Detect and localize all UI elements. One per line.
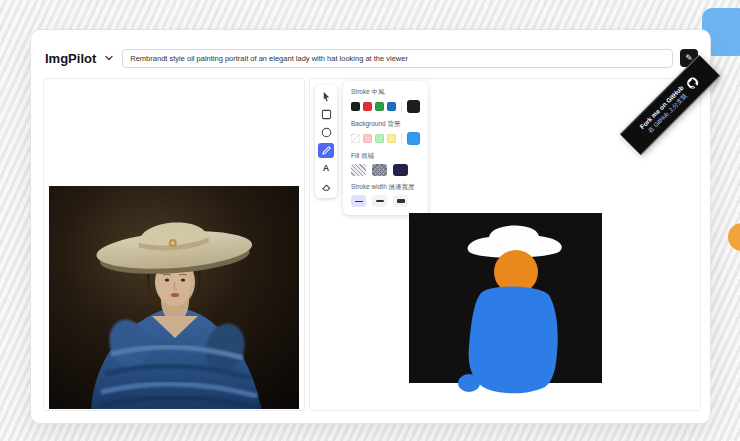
tool-ellipse[interactable]: [318, 125, 334, 140]
background-swatch-pink[interactable]: [363, 134, 372, 143]
sketch-area[interactable]: [407, 211, 607, 405]
width-bold-button[interactable]: [372, 195, 387, 207]
ellipse-icon: [321, 127, 332, 138]
prompt-input[interactable]: [122, 49, 673, 68]
rectangle-icon: [321, 109, 332, 120]
stroke-swatch-red[interactable]: [363, 102, 372, 111]
width-extrabold-button[interactable]: [393, 195, 408, 207]
width-thin-button[interactable]: [351, 195, 366, 207]
background-label: Background 背景: [351, 120, 420, 129]
fill-crosshatch-button[interactable]: [372, 164, 387, 176]
generated-portrait-image: [49, 186, 299, 409]
tool-eraser[interactable]: [318, 179, 334, 194]
stroke-width-label: Stroke width 描邊寬度: [351, 183, 420, 192]
user-sketch: [407, 211, 607, 401]
tool-text[interactable]: A: [318, 161, 334, 176]
generated-image-panel: [43, 78, 305, 411]
eraser-icon: [321, 181, 332, 192]
text-icon: A: [323, 164, 330, 173]
stroke-swatch-green[interactable]: [375, 102, 384, 111]
background-swatch-yellow[interactable]: [387, 134, 396, 143]
github-icon: [684, 75, 700, 91]
background-section: Background 背景: [351, 120, 420, 145]
tool-selection[interactable]: [318, 89, 334, 104]
chevron-down-icon: [104, 53, 114, 63]
sketch-dress-blob: [458, 374, 480, 392]
stroke-swatch-black[interactable]: [351, 102, 360, 111]
stroke-label: Stroke 中風: [351, 88, 420, 97]
divider: [401, 101, 402, 112]
style-panel: Stroke 中風 Background 背景: [343, 81, 428, 215]
fill-section: Fill 填補: [351, 152, 420, 176]
fill-label: Fill 填補: [351, 152, 420, 161]
tool-rectangle[interactable]: [318, 107, 334, 122]
cursor-icon: [321, 91, 332, 102]
stroke-width-section: Stroke width 描邊寬度: [351, 183, 420, 207]
background-swatch-transparent[interactable]: [351, 134, 360, 143]
tool-bar: A: [315, 85, 337, 198]
stroke-section: Stroke 中風: [351, 88, 420, 113]
app-window: ImgPilot ✎: [30, 29, 711, 424]
stroke-current-color[interactable]: [407, 100, 420, 113]
pencil-icon: [321, 145, 332, 156]
background-swatch-green[interactable]: [375, 134, 384, 143]
fill-hachure-button[interactable]: [351, 164, 366, 176]
tool-draw[interactable]: [318, 143, 334, 158]
background-current-color[interactable]: [407, 132, 420, 145]
stroke-swatch-blue[interactable]: [387, 102, 396, 111]
divider: [401, 133, 402, 144]
top-bar: ImgPilot ✎: [45, 45, 698, 71]
decor-orange-circle: [728, 223, 740, 251]
app-logo: ImgPilot: [45, 51, 96, 66]
logo-dropdown-button[interactable]: [103, 52, 115, 64]
fill-solid-button[interactable]: [393, 164, 408, 176]
sketch-dress-shape: [469, 286, 558, 393]
